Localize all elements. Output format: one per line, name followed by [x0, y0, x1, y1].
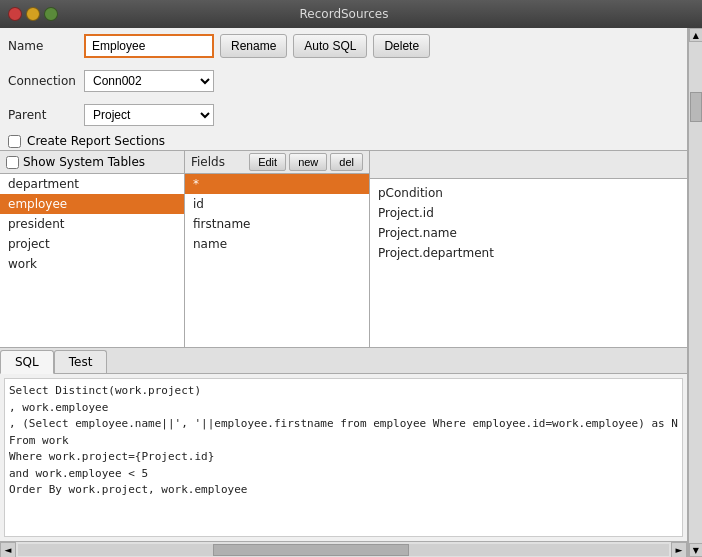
edit-button[interactable]: Edit	[249, 153, 286, 171]
name-row: Name Rename Auto SQL Delete	[0, 28, 687, 64]
field-item[interactable]: id	[185, 194, 369, 214]
sql-content[interactable]: Select Distinct(work.project) , work.emp…	[4, 378, 683, 537]
show-system-row: Show System Tables	[0, 151, 184, 174]
table-item-selected[interactable]: employee	[0, 194, 184, 214]
param-item[interactable]: Project.name	[370, 223, 687, 243]
create-report-row: Create Report Sections	[0, 132, 687, 150]
table-item[interactable]: project	[0, 234, 184, 254]
maximize-button[interactable]	[44, 7, 58, 21]
window-title: RecordSources	[64, 7, 624, 21]
scroll-down-arrow[interactable]: ▼	[689, 543, 702, 557]
scrollbar-x: ◄ ►	[0, 541, 687, 557]
autosql-button[interactable]: Auto SQL	[293, 34, 367, 58]
name-input[interactable]	[84, 34, 214, 58]
fields-label: Fields	[191, 155, 225, 169]
params-panel: pCondition Project.id Project.name Proje…	[370, 151, 687, 347]
minimize-button[interactable]	[26, 7, 40, 21]
tables-fields-area: Show System Tables department employee p…	[0, 150, 687, 347]
show-system-checkbox[interactable]	[6, 156, 19, 169]
field-item[interactable]: firstname	[185, 214, 369, 234]
name-label: Name	[8, 39, 78, 53]
scrollbar-x-track[interactable]	[18, 544, 669, 556]
table-item[interactable]: president	[0, 214, 184, 234]
fields-header: Fields Edit new del	[185, 151, 369, 174]
title-bar: RecordSources	[0, 0, 702, 28]
scroll-left-arrow[interactable]: ◄	[0, 542, 16, 558]
field-item[interactable]: name	[185, 234, 369, 254]
tab-test[interactable]: Test	[54, 350, 108, 373]
create-report-label: Create Report Sections	[27, 134, 165, 148]
left-panel: Name Rename Auto SQL Delete Connection C…	[0, 28, 688, 557]
delete-button[interactable]: Delete	[373, 34, 430, 58]
tab-sql[interactable]: SQL	[0, 350, 54, 374]
sql-tabs: SQL Test	[0, 348, 687, 374]
close-button[interactable]	[8, 7, 22, 21]
table-item[interactable]: work	[0, 254, 184, 274]
fields-panel: Fields Edit new del * id firstname name	[185, 151, 370, 347]
params-list: pCondition Project.id Project.name Proje…	[370, 179, 687, 347]
tables-list: department employee president project wo…	[0, 174, 184, 347]
window-controls	[8, 7, 58, 21]
parent-select[interactable]: Project	[84, 104, 214, 126]
sql-code: Select Distinct(work.project) , work.emp…	[9, 383, 678, 499]
param-item[interactable]: Project.id	[370, 203, 687, 223]
sql-area: SQL Test Select Distinct(work.project) ,…	[0, 347, 687, 557]
connection-label: Connection	[8, 74, 78, 88]
del-field-button[interactable]: del	[330, 153, 363, 171]
show-system-label: Show System Tables	[23, 155, 145, 169]
connection-select[interactable]: Conn002	[84, 70, 214, 92]
rename-button[interactable]: Rename	[220, 34, 287, 58]
param-item[interactable]: Project.department	[370, 243, 687, 263]
param-item[interactable]: pCondition	[370, 183, 687, 203]
parent-row: Parent Project	[0, 98, 687, 132]
main-scrollbar: ▲ ▼	[688, 28, 702, 557]
main-content: Name Rename Auto SQL Delete Connection C…	[0, 28, 702, 557]
table-item[interactable]: department	[0, 174, 184, 194]
scroll-thumb[interactable]	[690, 92, 702, 122]
tables-panel: Show System Tables department employee p…	[0, 151, 185, 347]
scroll-right-arrow[interactable]: ►	[671, 542, 687, 558]
main-window: RecordSources Name Rename Auto SQL Delet…	[0, 0, 702, 557]
new-field-button[interactable]: new	[289, 153, 327, 171]
fields-list: * id firstname name	[185, 174, 369, 347]
create-report-checkbox[interactable]	[8, 135, 21, 148]
scroll-up-arrow[interactable]: ▲	[689, 28, 702, 42]
parent-label: Parent	[8, 108, 78, 122]
connection-row: Connection Conn002	[0, 64, 687, 98]
field-item-selected[interactable]: *	[185, 174, 369, 194]
scroll-track[interactable]	[689, 42, 702, 543]
scrollbar-x-thumb[interactable]	[213, 544, 408, 556]
